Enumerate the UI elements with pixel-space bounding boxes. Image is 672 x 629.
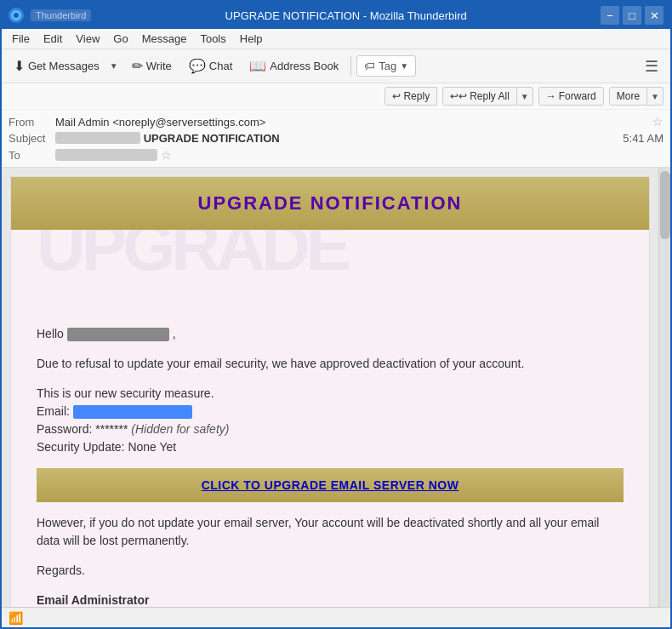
menu-message[interactable]: Message [135, 31, 194, 47]
get-messages-dropdown[interactable]: ▼ [106, 58, 122, 74]
address-book-button[interactable]: 📖 Address Book [242, 54, 345, 77]
menu-bar: File Edit View Go Message Tools Help [2, 29, 670, 49]
email-body: UPGRADE NOTIFICATION UPGRADE Hello , Due… [10, 176, 650, 607]
menu-help[interactable]: Help [233, 31, 270, 47]
write-button[interactable]: ✏ Write [125, 54, 179, 77]
minimize-button[interactable]: − [601, 6, 619, 25]
chat-button[interactable]: 💬 Chat [182, 54, 239, 77]
from-value: Mail Admin <noreply@serversettings.com> [55, 116, 649, 129]
tag-icon: 🏷 [364, 60, 375, 72]
subject-blurred [55, 132, 140, 144]
subject-label: Subject [9, 132, 55, 145]
window-controls: − □ ✕ [601, 6, 663, 25]
hidden-text: (Hidden for safety) [131, 422, 229, 436]
more-dropdown[interactable]: ▼ [647, 87, 663, 106]
app-label: Thunderbird [31, 9, 91, 21]
get-messages-icon: ⬇ [14, 58, 25, 74]
title-bar: Thunderbird UPGRADE NOTIFICATION - Mozil… [2, 2, 670, 29]
email-para3: However, if you do not update your email… [37, 514, 624, 550]
menu-view[interactable]: View [69, 31, 106, 47]
reply-all-button[interactable]: ↩↩ Reply All [442, 87, 517, 106]
scrollbar-track[interactable] [658, 168, 670, 607]
email-body-content: UPGRADE Hello , Due to refusal to update… [11, 230, 649, 607]
security-measure-line: This is our new security measure. [37, 385, 624, 403]
address-book-icon: 📖 [249, 58, 266, 74]
to-label: To [9, 149, 55, 162]
email-header-text: UPGRADE NOTIFICATION [28, 192, 632, 214]
menu-file[interactable]: File [5, 31, 37, 47]
toolbar-separator [350, 56, 351, 77]
email-content-wrapper: UPGRADE NOTIFICATION UPGRADE Hello , Due… [2, 168, 670, 607]
menu-edit[interactable]: Edit [37, 31, 69, 47]
to-row: To ☆ [9, 146, 663, 163]
forward-group: → Forward [538, 87, 604, 106]
email-time: 5:41 AM [360, 132, 664, 145]
email-para2: This is our new security measure. Email:… [37, 385, 624, 456]
close-button[interactable]: ✕ [645, 6, 663, 25]
status-icon: 📶 [9, 611, 23, 625]
app-icon [9, 8, 24, 23]
tag-dropdown-icon: ▼ [400, 61, 408, 71]
forward-icon: → [546, 90, 556, 102]
subject-main: UPGRADE NOTIFICATION [144, 132, 280, 145]
forward-button[interactable]: → Forward [538, 87, 604, 106]
from-row: From Mail Admin <noreply@serversettings.… [9, 113, 663, 130]
to-star[interactable]: ☆ [161, 148, 172, 162]
toolbar: ⬇ Get Messages ▼ ✏ Write 💬 Chat 📖 Addres… [2, 49, 670, 83]
email-action-bar: ↩ Reply ↩↩ Reply All ▼ → Forward [2, 83, 670, 110]
reply-all-dropdown[interactable]: ▼ [517, 87, 533, 106]
email-body-header: UPGRADE NOTIFICATION [11, 177, 649, 230]
reply-all-group: ↩↩ Reply All ▼ [442, 87, 533, 106]
signature: Email Administrator [37, 592, 624, 607]
get-messages-group: ⬇ Get Messages ▼ [7, 54, 122, 77]
more-group: More ▼ [609, 87, 663, 106]
menu-go[interactable]: Go [106, 31, 134, 47]
security-update-line: Security Update: None Yet [37, 438, 624, 456]
upgrade-link[interactable]: CLICK TO UPGRADE EMAIL SERVER NOW [202, 478, 459, 492]
reply-icon: ↩ [392, 90, 401, 102]
reply-button[interactable]: ↩ Reply [384, 87, 437, 106]
reply-all-icon: ↩↩ [450, 90, 467, 102]
email-actions: ↩ Reply ↩↩ Reply All ▼ → Forward [384, 87, 663, 106]
subject-row: Subject UPGRADE NOTIFICATION 5:41 AM [9, 130, 663, 146]
tag-button[interactable]: 🏷 Tag ▼ [356, 55, 416, 77]
password-line: Password: ******* (Hidden for safety) [37, 420, 624, 438]
regards-line: Regards. [37, 562, 624, 580]
reply-group: ↩ Reply [384, 87, 437, 106]
menu-tools[interactable]: Tools [193, 31, 232, 47]
chat-icon: 💬 [189, 58, 206, 74]
email-header: ↩ Reply ↩↩ Reply All ▼ → Forward [2, 83, 670, 168]
email-fields: From Mail Admin <noreply@serversettings.… [2, 110, 670, 167]
recipient-name-blurred [67, 328, 169, 341]
maximize-button[interactable]: □ [623, 6, 641, 25]
email-blurred [73, 405, 192, 419]
subject-value: UPGRADE NOTIFICATION [55, 132, 360, 145]
get-messages-button[interactable]: ⬇ Get Messages [7, 54, 106, 77]
to-value [55, 149, 157, 161]
email-scroll-area[interactable]: UPGRADE NOTIFICATION UPGRADE Hello , Due… [2, 168, 658, 607]
window-title: UPGRADE NOTIFICATION - Mozilla Thunderbi… [98, 9, 594, 22]
email-field-line: Email: [37, 403, 624, 420]
more-button[interactable]: More [609, 87, 647, 106]
email-para1: Due to refusal to update your email secu… [37, 355, 624, 373]
main-window: Thunderbird UPGRADE NOTIFICATION - Mozil… [0, 0, 672, 629]
menu-hamburger-button[interactable]: ☰ [638, 54, 665, 79]
status-bar: 📶 [2, 607, 670, 627]
from-label: From [9, 116, 55, 129]
upgrade-button-row: CLICK TO UPGRADE EMAIL SERVER NOW [37, 468, 624, 502]
scrollbar-thumb[interactable] [660, 171, 670, 239]
svg-point-1 [14, 13, 19, 18]
write-icon: ✏ [132, 58, 143, 74]
from-star[interactable]: ☆ [652, 115, 663, 129]
email-greeting: Hello , [37, 325, 624, 343]
watermark: UPGRADE [37, 230, 624, 286]
